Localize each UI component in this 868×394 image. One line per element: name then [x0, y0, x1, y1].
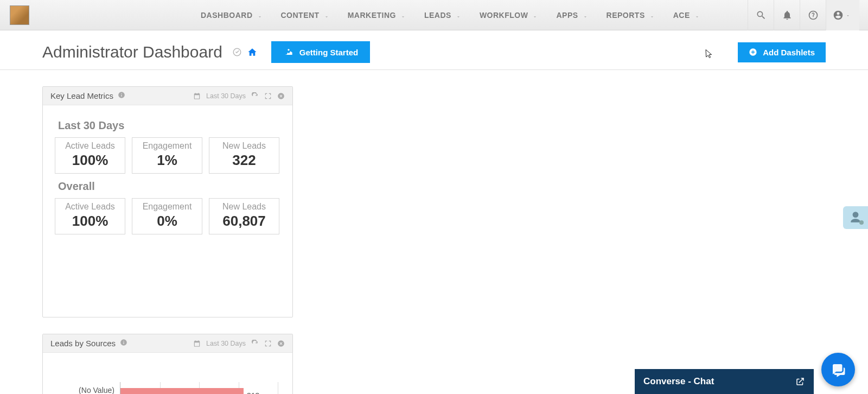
brand-logo[interactable]	[9, 4, 30, 26]
nav-label: DASHBOARD	[201, 11, 253, 20]
getting-started-label: Getting Started	[299, 48, 358, 57]
metric-label: Engagement	[135, 141, 200, 151]
info-icon[interactable]	[118, 91, 125, 100]
calendar-icon[interactable]	[193, 340, 201, 347]
period-label: Last 30 Days	[206, 340, 246, 347]
metric-label: New Leads	[212, 141, 277, 151]
metric-box: Active Leads100%	[55, 137, 125, 174]
nav-label: ACE	[673, 11, 690, 20]
bar	[120, 388, 244, 394]
refresh-icon[interactable]	[251, 340, 259, 347]
chat-title: Converse - Chat	[643, 376, 714, 387]
page-header: Administrator Dashboard Getting Started …	[0, 30, 868, 70]
nav-item-leads[interactable]: LEADS	[417, 7, 469, 24]
run-icon	[283, 47, 294, 58]
nav-label: REPORTS	[607, 11, 645, 20]
profile-menu[interactable]	[826, 0, 859, 30]
bar-value: 313	[247, 391, 259, 394]
nav-item-workflow[interactable]: WORKFLOW	[472, 7, 546, 24]
search-icon[interactable]	[748, 0, 774, 30]
metric-box: New Leads322	[209, 137, 279, 174]
add-dashlets-label: Add Dashlets	[763, 48, 815, 57]
chevron-down-icon	[456, 12, 461, 18]
metric-label: Active Leads	[58, 202, 123, 212]
chat-bar[interactable]: Converse - Chat	[635, 369, 814, 394]
metric-label: New Leads	[212, 202, 277, 212]
metric-box: Engagement1%	[132, 137, 202, 174]
nav-item-content[interactable]: CONTENT	[273, 7, 337, 24]
help-icon[interactable]	[800, 0, 826, 30]
getting-started-button[interactable]: Getting Started	[271, 41, 370, 63]
calendar-icon[interactable]	[193, 92, 201, 100]
home-icon[interactable]	[246, 46, 258, 58]
nav-item-dashboard[interactable]: DASHBOARD	[193, 7, 270, 24]
nav-item-apps[interactable]: APPS	[548, 7, 595, 24]
nav-label: MARKETING	[348, 11, 396, 20]
chevron-down-icon	[694, 12, 700, 18]
refresh-icon[interactable]	[251, 92, 259, 100]
metric-label: Active Leads	[58, 141, 123, 151]
dashlet-leads-by-sources: Leads by Sources Last 30 Days (No Value)…	[42, 334, 293, 394]
notifications-icon[interactable]	[774, 0, 800, 30]
check-circle-icon[interactable]	[231, 46, 243, 58]
metric-box: Active Leads100%	[55, 198, 125, 234]
info-icon[interactable]	[120, 339, 127, 348]
metric-box: Engagement0%	[132, 198, 202, 234]
chevron-down-icon	[324, 12, 329, 18]
nav-label: CONTENT	[281, 11, 320, 20]
expand-icon[interactable]	[264, 92, 272, 100]
nav-label: APPS	[556, 11, 578, 20]
top-navbar: DASHBOARDCONTENTMARKETINGLEADSWORKFLOWAP…	[0, 0, 868, 30]
metric-value: 0%	[135, 213, 200, 230]
nav-items: DASHBOARDCONTENTMARKETINGLEADSWORKFLOWAP…	[193, 7, 707, 24]
metric-label: Engagement	[135, 202, 200, 212]
chevron-down-icon	[583, 12, 588, 18]
metric-value: 100%	[58, 152, 123, 169]
side-person-tab[interactable]	[843, 206, 868, 229]
period-label: Last 30 Days	[206, 92, 246, 100]
dashlet-key-lead-metrics: Key Lead Metrics Last 30 Days Last 30 Da…	[42, 86, 293, 317]
chevron-down-icon	[400, 12, 406, 18]
plus-circle-icon	[749, 48, 757, 56]
metric-value: 60,807	[212, 213, 277, 230]
add-dashlets-button[interactable]: Add Dashlets	[738, 42, 826, 62]
section-title-overall: Overall	[58, 180, 280, 193]
chevron-down-icon	[257, 12, 263, 18]
metric-value: 100%	[58, 213, 123, 230]
nav-label: LEADS	[424, 11, 451, 20]
chevron-down-icon	[649, 12, 655, 18]
page-title: Administrator Dashboard	[42, 43, 222, 61]
chevron-down-icon	[532, 12, 538, 18]
metric-box: New Leads60,807	[209, 198, 279, 234]
y-tick-label: (No Value)	[55, 377, 120, 394]
open-in-new-icon[interactable]	[795, 377, 805, 386]
chat-icon	[830, 361, 846, 378]
close-icon[interactable]	[277, 340, 285, 347]
nav-item-ace[interactable]: ACE	[666, 7, 707, 24]
nav-item-reports[interactable]: REPORTS	[599, 7, 662, 24]
close-icon[interactable]	[277, 92, 285, 100]
nav-item-marketing[interactable]: MARKETING	[340, 7, 413, 24]
dashlet-title: Leads by Sources	[50, 339, 116, 348]
dashlet-title: Key Lead Metrics	[50, 91, 113, 100]
nav-label: WORKFLOW	[480, 11, 528, 20]
metric-value: 322	[212, 152, 277, 169]
chat-fab[interactable]	[821, 353, 855, 386]
bar-chart: (No Value)source1Organic SearchtwitterLi…	[55, 364, 280, 394]
metric-value: 1%	[135, 152, 200, 169]
expand-icon[interactable]	[264, 340, 272, 347]
chevron-down-icon	[844, 10, 850, 20]
section-title-last30: Last 30 Days	[58, 119, 280, 132]
